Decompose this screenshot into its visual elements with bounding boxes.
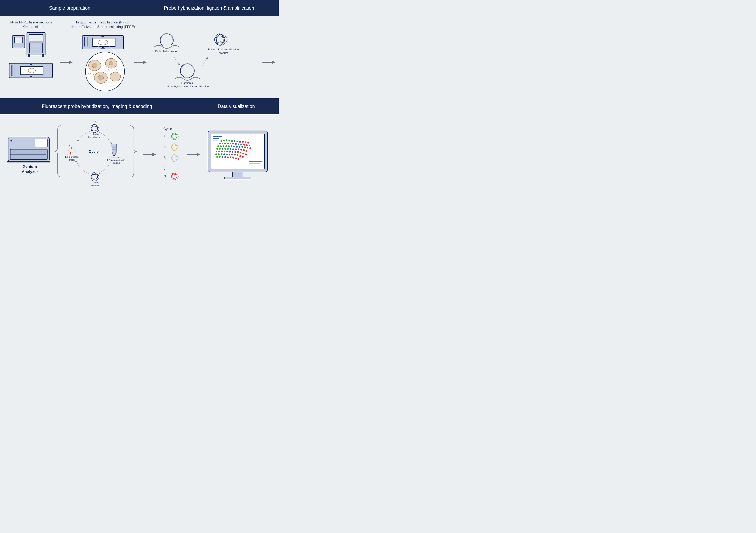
svg-point-99 bbox=[224, 151, 225, 152]
svg-point-130 bbox=[242, 141, 244, 143]
svg-point-93 bbox=[222, 148, 223, 150]
svg-point-122 bbox=[234, 151, 236, 153]
svg-point-120 bbox=[229, 151, 231, 153]
header-fluor: Fluorescent probe hybridization, imaging… bbox=[0, 104, 194, 109]
svg-point-151 bbox=[232, 157, 234, 159]
svg-point-128 bbox=[224, 156, 226, 158]
header-probe-hyb: Probe hybridization, ligation & amplific… bbox=[139, 5, 279, 11]
svg-point-31 bbox=[92, 63, 97, 68]
svg-line-39 bbox=[174, 57, 179, 65]
arrow-icon bbox=[262, 61, 275, 64]
arrow-icon bbox=[60, 61, 73, 64]
sectioning-equipment-icon bbox=[13, 33, 45, 57]
svg-point-125 bbox=[229, 154, 230, 155]
svg-point-131 bbox=[245, 141, 246, 143]
cycle-dots: ⋮ bbox=[162, 165, 168, 171]
svg-point-78 bbox=[231, 140, 233, 142]
svg-rect-2 bbox=[13, 48, 24, 50]
svg-point-102 bbox=[221, 153, 222, 155]
svg-point-133 bbox=[243, 144, 245, 145]
svg-point-107 bbox=[239, 141, 241, 143]
svg-point-113 bbox=[239, 146, 240, 148]
svg-point-129 bbox=[227, 157, 229, 158]
svg-point-83 bbox=[230, 143, 231, 144]
step2-label: 2. Probe hybridization bbox=[82, 133, 107, 139]
cycle-N-row: N bbox=[162, 173, 178, 180]
svg-point-119 bbox=[227, 151, 228, 152]
svg-rect-20 bbox=[93, 38, 115, 46]
col1-title: FF or FFPE tissue sections on Xenium sli… bbox=[4, 20, 58, 29]
brace-left-icon bbox=[55, 126, 61, 177]
header-row-2: Fluorescent probe hybridization, imaging… bbox=[0, 98, 279, 114]
svg-point-141 bbox=[246, 150, 247, 152]
svg-point-50 bbox=[11, 140, 12, 141]
cycle-n3: 3 bbox=[162, 156, 168, 160]
svg-marker-38 bbox=[143, 61, 147, 64]
svg-rect-52 bbox=[7, 161, 50, 163]
svg-point-109 bbox=[238, 143, 239, 145]
step4-label: 4. Probe removal bbox=[84, 181, 105, 187]
arrow-icon bbox=[134, 61, 147, 64]
svg-point-97 bbox=[218, 151, 220, 152]
svg-point-140 bbox=[243, 149, 245, 151]
svg-marker-18 bbox=[69, 61, 73, 64]
fluorescent-probes-icon bbox=[67, 145, 76, 155]
header-sample-prep: Sample preparation bbox=[0, 5, 139, 11]
svg-point-92 bbox=[219, 148, 221, 150]
cycle-nN: N bbox=[162, 174, 168, 178]
svg-point-148 bbox=[239, 155, 241, 157]
cell-magnified-icon bbox=[85, 52, 124, 91]
svg-point-88 bbox=[225, 145, 227, 147]
svg-point-75 bbox=[223, 140, 225, 141]
svg-point-85 bbox=[217, 145, 219, 147]
svg-rect-4 bbox=[29, 35, 43, 42]
step1-label: 1. Fluorescent probes bbox=[62, 155, 82, 162]
svg-point-95 bbox=[227, 148, 229, 150]
svg-point-35 bbox=[98, 75, 103, 80]
svg-point-103 bbox=[216, 156, 218, 158]
ligation-label: Ligation & primer hybridization for ampl… bbox=[163, 82, 212, 89]
svg-point-135 bbox=[249, 145, 250, 146]
svg-point-114 bbox=[241, 146, 243, 148]
svg-point-84 bbox=[232, 143, 234, 144]
svg-point-134 bbox=[246, 144, 248, 146]
svg-point-146 bbox=[234, 154, 236, 155]
svg-point-150 bbox=[230, 157, 231, 158]
analyzer-label: Xenium Analyzer bbox=[14, 164, 45, 174]
svg-rect-42 bbox=[185, 77, 189, 78]
cycle-col-label: Cycle bbox=[161, 127, 175, 131]
xenium-slide-icon bbox=[9, 63, 52, 78]
ligation-icon bbox=[175, 64, 200, 80]
svg-rect-57 bbox=[112, 144, 117, 147]
rca-label: Rolling circle amplification product bbox=[200, 48, 247, 55]
svg-point-144 bbox=[242, 153, 244, 154]
svg-point-124 bbox=[226, 154, 228, 155]
step3-label: 3. Automated slide imaging bbox=[105, 159, 127, 165]
svg-point-91 bbox=[216, 148, 218, 150]
svg-point-153 bbox=[238, 158, 239, 160]
svg-rect-59 bbox=[110, 157, 118, 158]
svg-marker-61 bbox=[152, 153, 156, 156]
svg-point-96 bbox=[216, 151, 217, 152]
svg-point-79 bbox=[219, 143, 221, 144]
svg-rect-66 bbox=[232, 172, 243, 177]
svg-point-139 bbox=[240, 149, 242, 151]
svg-point-132 bbox=[247, 142, 249, 143]
row1-content: FF or FFPE tissue sections on Xenium sli… bbox=[0, 16, 279, 98]
svg-point-76 bbox=[226, 140, 228, 141]
svg-point-126 bbox=[231, 154, 233, 155]
svg-rect-8 bbox=[28, 54, 30, 57]
svg-point-98 bbox=[221, 151, 223, 152]
svg-point-145 bbox=[245, 153, 247, 155]
svg-rect-67 bbox=[224, 177, 251, 179]
svg-point-106 bbox=[236, 141, 238, 142]
arrow-icon bbox=[143, 153, 156, 156]
svg-point-105 bbox=[234, 140, 235, 142]
svg-point-77 bbox=[229, 140, 230, 141]
svg-point-136 bbox=[244, 146, 246, 148]
monitor-icon bbox=[208, 131, 268, 179]
cycle-center: Cycle bbox=[85, 149, 102, 154]
arrow-icon bbox=[187, 153, 200, 156]
svg-point-142 bbox=[237, 151, 239, 153]
svg-marker-55 bbox=[99, 173, 101, 174]
